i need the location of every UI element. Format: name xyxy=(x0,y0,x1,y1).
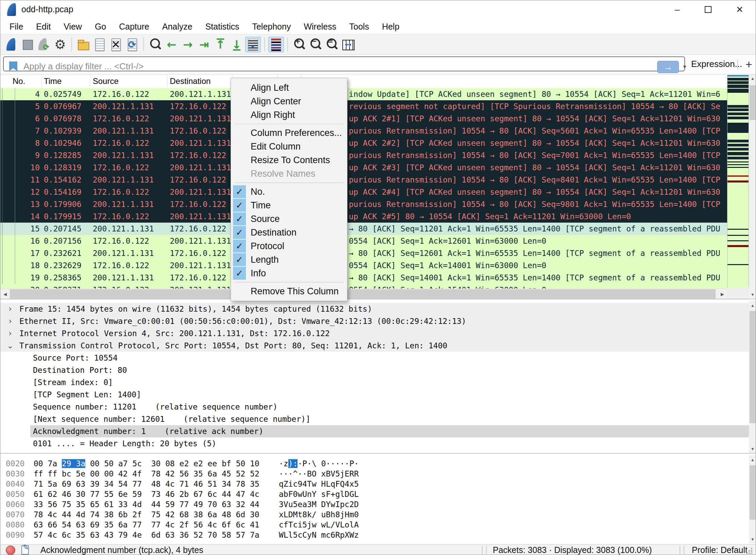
packet-row[interactable]: 160.207156172.16.0.122200.121.1.1310554 … xyxy=(0,235,727,247)
close-file-icon[interactable]: ✕ xyxy=(108,37,124,52)
go-last-icon[interactable]: ↓ xyxy=(229,37,245,52)
maximize-button[interactable] xyxy=(697,0,719,19)
scroll-left-icon[interactable]: ◀ xyxy=(0,289,10,299)
context-menu-item-time[interactable]: Time✓ xyxy=(231,198,347,212)
column-header-no[interactable]: No. xyxy=(13,76,25,86)
resize-columns-icon[interactable]: ↔ xyxy=(340,37,356,52)
column-header-source[interactable]: Source xyxy=(93,76,119,86)
hex-scrollbar[interactable]: ▲ ▼ xyxy=(749,455,756,543)
packet-row[interactable]: 60.076978172.16.0.122200.121.1.131up ACK… xyxy=(0,112,727,125)
packet-row[interactable]: 140.179915172.16.0.122200.121.1.131up AC… xyxy=(0,210,727,223)
menu-analyze[interactable]: Analyze xyxy=(156,22,199,32)
detail-line[interactable]: ⌄Transmission Control Protocol, Src Port… xyxy=(0,340,749,352)
display-filter-input[interactable]: Apply a display filter ... <Ctrl-/> → ▾ xyxy=(3,56,685,71)
detail-line[interactable]: Acknowledgment number: 1 (relative ack n… xyxy=(0,425,749,437)
save-file-icon[interactable] xyxy=(92,37,107,52)
detail-line[interactable]: Source Port: 10554 xyxy=(0,352,749,364)
context-menu-item-protocol[interactable]: Protocol✓ xyxy=(231,239,347,253)
menu-help[interactable]: Help xyxy=(376,22,406,32)
expand-icon[interactable]: › xyxy=(4,315,16,327)
zoom-in-icon[interactable]: + xyxy=(291,37,307,52)
checkbox-info[interactable]: ✓ xyxy=(233,267,246,280)
menu-go[interactable]: Go xyxy=(88,22,112,32)
context-menu-item-edit-column[interactable]: Edit Column xyxy=(231,140,347,153)
restart-capture-icon[interactable]: ⟳ xyxy=(36,37,52,52)
packet-row[interactable]: 130.179906200.121.1.131172.16.0.122purio… xyxy=(0,198,727,210)
context-menu-item-source[interactable]: Source✓ xyxy=(231,212,347,226)
scroll-down-icon[interactable]: ▼ xyxy=(749,535,756,543)
context-menu-item-align-center[interactable]: Align Center xyxy=(231,94,347,108)
collapse-icon[interactable]: ⌄ xyxy=(4,340,16,352)
expand-icon[interactable]: › xyxy=(4,303,16,315)
packet-list-scroll-thumb[interactable] xyxy=(750,85,756,120)
resize-grip[interactable] xyxy=(746,547,753,554)
context-menu-item-info[interactable]: Info✓ xyxy=(231,266,347,280)
context-menu-item-align-left[interactable]: Align Left xyxy=(231,81,347,94)
capture-comment-icon[interactable]: ✎ xyxy=(21,545,29,555)
horizontal-scrollbar[interactable]: ◀ ▶ xyxy=(0,289,727,299)
auto-scroll-icon[interactable] xyxy=(245,37,261,52)
stop-capture-icon[interactable] xyxy=(20,37,35,52)
packet-row[interactable]: 90.128285200.121.1.131172.16.0.122puriou… xyxy=(0,149,727,161)
context-menu-item-resolve-names[interactable]: Resolve Names xyxy=(231,167,347,180)
detail-scrollbar[interactable]: ▲ ▼ xyxy=(749,301,756,453)
expression-button[interactable]: Expression... xyxy=(691,59,742,69)
checkbox-length[interactable]: ✓ xyxy=(233,253,246,266)
go-forward-icon[interactable]: → xyxy=(180,37,196,52)
detail-line[interactable]: [TCP Segment Len: 1400] xyxy=(0,388,749,401)
scroll-up-icon[interactable]: ▲ xyxy=(749,74,756,83)
checkbox-time[interactable]: ✓ xyxy=(233,199,246,212)
context-menu-item-resize-to-contents[interactable]: Resize To Contents xyxy=(231,153,347,167)
packet-list-scrollbar[interactable]: ▲ ▼ xyxy=(749,74,756,299)
expand-icon[interactable]: › xyxy=(4,327,16,340)
scroll-down-icon[interactable]: ▼ xyxy=(749,445,756,453)
go-first-icon[interactable]: ↑ xyxy=(213,37,228,52)
packet-row[interactable]: 100.128319172.16.0.122200.121.1.131up AC… xyxy=(0,161,727,174)
detail-line[interactable]: 0101 .... = Header Length: 20 bytes (5) xyxy=(0,437,749,450)
filter-bookmark-icon[interactable] xyxy=(9,62,17,71)
hex-row[interactable]: 002000 7a 29 3a 00 50 a7 5c 30 08 e2 e2 … xyxy=(0,458,749,469)
hex-row[interactable]: 004071 5a 69 63 39 34 54 77 48 4c 71 46 … xyxy=(0,479,749,489)
hex-row[interactable]: 006033 56 75 35 65 61 33 4d 44 59 77 49 … xyxy=(0,499,749,509)
detail-scroll-thumb[interactable] xyxy=(750,311,756,423)
menu-view[interactable]: View xyxy=(57,22,88,32)
column-header-time[interactable]: Time xyxy=(44,76,61,86)
zoom-reset-icon[interactable]: = xyxy=(324,37,340,52)
filter-history-caret-icon[interactable]: ▾ xyxy=(680,61,689,72)
hex-row[interactable]: 005061 62 46 30 77 55 6e 59 73 46 2b 67 … xyxy=(0,489,749,499)
expert-info-icon[interactable] xyxy=(6,545,15,555)
zoom-out-icon[interactable]: − xyxy=(308,37,323,52)
checkbox-protocol[interactable]: ✓ xyxy=(233,240,246,253)
menu-wireless[interactable]: Wireless xyxy=(297,22,343,32)
horizontal-scroll-thumb[interactable] xyxy=(10,289,716,299)
colorize-icon[interactable] xyxy=(268,37,284,52)
menu-tools[interactable]: Tools xyxy=(343,22,375,32)
close-button[interactable]: ✕ xyxy=(728,0,751,19)
hex-row[interactable]: 008063 66 54 63 69 35 6a 77 77 4c 2f 56 … xyxy=(0,520,749,530)
checkbox-no[interactable]: ✓ xyxy=(233,185,246,198)
reload-file-icon[interactable]: ⟳ xyxy=(124,37,140,52)
minimize-button[interactable]: – xyxy=(666,0,688,19)
packet-row[interactable]: 40.025749172.16.0.122200.121.1.131indow … xyxy=(0,88,727,100)
start-capture-icon[interactable] xyxy=(3,37,19,52)
menu-file[interactable]: File xyxy=(3,22,30,32)
packet-minimap[interactable] xyxy=(727,75,749,288)
context-menu-item-column-preferences[interactable]: Column Preferences... xyxy=(231,126,347,140)
find-packet-icon[interactable] xyxy=(147,37,163,52)
context-menu-item-remove-this-column[interactable]: Remove This Column xyxy=(231,284,347,298)
checkbox-destination[interactable]: ✓ xyxy=(233,226,246,239)
profile-status[interactable]: Profile: Default xyxy=(692,545,748,555)
capture-options-icon[interactable]: ⚙ xyxy=(52,37,68,52)
scroll-right-icon[interactable]: ▶ xyxy=(718,289,727,299)
context-menu-item-no[interactable]: No.✓ xyxy=(231,185,347,198)
partial-packet-row[interactable]: 200.258371172.16.0.122200.121.1.1310554 … xyxy=(0,284,727,289)
packet-row[interactable]: 70.102939200.121.1.131172.16.0.122puriou… xyxy=(0,125,727,137)
packet-row[interactable]: 120.154169172.16.0.122200.121.1.131up AC… xyxy=(0,186,727,198)
packet-row[interactable]: 110.154162200.121.1.131172.16.0.122purio… xyxy=(0,174,727,186)
detail-line[interactable]: [Stream index: 0] xyxy=(0,376,749,388)
context-menu-item-align-right[interactable]: Align Right xyxy=(231,108,347,122)
context-menu-item-length[interactable]: Length✓ xyxy=(231,253,347,266)
detail-line[interactable]: [Next sequence number: 12601 (relative s… xyxy=(0,413,749,425)
detail-line[interactable]: ›Frame 15: 1454 bytes on wire (11632 bit… xyxy=(0,303,749,315)
menu-telephony[interactable]: Telephony xyxy=(246,22,297,32)
